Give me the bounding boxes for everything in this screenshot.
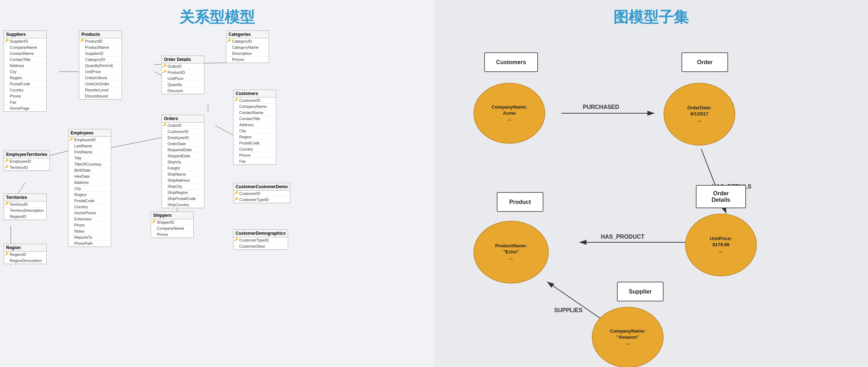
products-row: UnitsInStock xyxy=(79,75,122,81)
employees-row: Address xyxy=(69,180,111,186)
customers-row: CustomerID xyxy=(233,97,276,104)
categories-row: Description xyxy=(226,51,269,57)
orders-row: ShipRegion xyxy=(162,190,204,196)
shippers-row: CompanyName xyxy=(151,225,193,232)
product-rect-node: Product xyxy=(497,192,543,212)
orderdetails-header: Order Details xyxy=(162,56,204,63)
employees-row: Country xyxy=(69,204,111,210)
orderdetails-row: ProductID xyxy=(162,70,204,76)
customercustomerdemo-row: CustomerID xyxy=(233,191,290,197)
employees-row: BirthDate xyxy=(69,167,111,173)
suppliers-table: Suppliers SupplierID CompanyName Contact… xyxy=(4,30,47,112)
orderdetails-rect-node: OrderDetails xyxy=(696,185,746,208)
shippers-row: Phone xyxy=(151,232,193,238)
categories-row: CategoryName xyxy=(226,44,269,51)
right-panel: 图模型子集 PURCHASED HAS_DETAILS HAS_PRODUCT … xyxy=(434,0,868,367)
orders-row: ShipName xyxy=(162,171,204,177)
categories-header: Categories xyxy=(226,31,269,38)
customers-table: Customers CustomerID CompanyName Contact… xyxy=(233,90,276,165)
customers-row: Phone xyxy=(233,152,276,158)
employeeterritories-table: EmployeeTerritories EmployeeID Territory… xyxy=(4,151,50,171)
customers-rect-node: Customers xyxy=(484,52,538,72)
suppliers-row: Phone xyxy=(4,93,46,99)
svg-text:SUPPLIES: SUPPLIES xyxy=(554,307,582,313)
customers-row: ContactName xyxy=(233,110,276,116)
orders-row: ShipCity xyxy=(162,184,204,190)
customerdemographics-row: CustomerTypeID xyxy=(233,237,288,243)
suppliers-row: Address xyxy=(4,63,46,69)
employees-row: EmployeeID xyxy=(69,137,111,143)
order-rect-node: Order xyxy=(681,52,728,72)
orders-row: OrderDate xyxy=(162,141,204,147)
customers-row: Region xyxy=(233,134,276,140)
orders-table: Orders OrderID CustomerID EmployeeID Ord… xyxy=(161,115,204,208)
left-panel: 关系型模型 Suppliers SupplierID CompanyName C… xyxy=(0,0,434,367)
employees-row: HireDate xyxy=(69,173,111,180)
employeeterritories-row: EmployeeID xyxy=(4,158,49,165)
order-oval-node: OrderDate:8/1/2017... xyxy=(664,83,735,146)
customers-oval-node: CompanyName:Acme... xyxy=(473,83,545,144)
supplier-rect-node: Supplier xyxy=(617,282,664,301)
region-row: RegionID xyxy=(4,252,46,258)
employees-table: Employees EmployeeID LastName FirstName … xyxy=(68,129,111,247)
categories-table: Categories CategoryID CategoryName Descr… xyxy=(226,30,269,63)
products-row: UnitPrice xyxy=(79,69,122,75)
products-row: ProductID xyxy=(79,38,122,44)
right-title: 图模型子集 xyxy=(441,7,861,27)
customerdemographics-table: CustomerDemographics CustomerTypeID Cust… xyxy=(233,229,288,250)
products-row: UnitsOnOrder xyxy=(79,81,122,87)
customers-row: Fax xyxy=(233,158,276,165)
employees-row: City xyxy=(69,186,111,192)
orders-row: ShipPostalCode xyxy=(162,196,204,202)
territories-row: TerritoryID xyxy=(4,201,46,208)
products-row: ProductName xyxy=(79,44,122,51)
employeeterritories-row: TerritoryID xyxy=(4,165,49,171)
customers-row: Country xyxy=(233,146,276,152)
shippers-header: Shippers xyxy=(151,212,193,219)
products-row: CategoryID xyxy=(79,57,122,63)
orders-row: EmployeeID xyxy=(162,135,204,141)
graph-container: PURCHASED HAS_DETAILS HAS_PRODUCT SUPPLI… xyxy=(441,31,861,367)
customercustomerdemo-header: CustomerCustomerDemo xyxy=(233,183,290,191)
suppliers-row: ContactTitle xyxy=(4,57,46,63)
territories-table: Territories TerritoryID TerritoryDescrip… xyxy=(4,194,47,220)
customers-header: Customers xyxy=(233,90,276,97)
employees-row: LastName xyxy=(69,143,111,149)
left-title: 关系型模型 xyxy=(7,7,427,27)
region-table: Region RegionID RegionDescription xyxy=(4,244,47,264)
employees-row: FirstName xyxy=(69,149,111,155)
customers-row: City xyxy=(233,128,276,134)
customers-row: ContactTitle xyxy=(233,116,276,122)
orders-header: Orders xyxy=(162,115,204,123)
customerdemographics-header: CustomerDemographics xyxy=(233,230,288,237)
shippers-row: ShipperID xyxy=(151,219,193,225)
suppliers-row: Region xyxy=(4,75,46,81)
svg-text:PURCHASED: PURCHASED xyxy=(583,104,619,110)
territories-row: TerritoryDescription xyxy=(4,208,46,214)
products-table: Products ProductID ProductName SupplierI… xyxy=(79,30,122,100)
suppliers-row: SupplierID xyxy=(4,38,46,44)
suppliers-row: City xyxy=(4,69,46,75)
supplier-oval-node: CompanyName:"Amazon"... xyxy=(592,307,664,367)
orderdetails-row: Discount xyxy=(162,88,204,94)
product-oval-node: ProductName:"Echo"... xyxy=(473,221,549,283)
products-header: Products xyxy=(79,31,122,38)
employees-row: Title xyxy=(69,155,111,161)
orderdetails-row: Quantity xyxy=(162,82,204,88)
customers-row: CompanyName xyxy=(233,104,276,110)
svg-line-20 xyxy=(547,282,604,321)
territories-header: Territories xyxy=(4,194,46,201)
suppliers-row: CompanyName xyxy=(4,44,46,51)
territories-row: RegionID xyxy=(4,214,46,220)
employees-row: TitleOfCourtesy xyxy=(69,161,111,167)
employeeterritories-header: EmployeeTerritories xyxy=(4,151,49,158)
suppliers-row: Country xyxy=(4,87,46,93)
employees-header: Employees xyxy=(69,129,111,137)
relationship-lines xyxy=(0,0,434,367)
categories-row: Picture xyxy=(226,57,269,63)
products-row: Discontinued xyxy=(79,93,122,99)
region-header: Region xyxy=(4,244,46,252)
suppliers-row: ContactName xyxy=(4,51,46,57)
orders-row: ShippedDate xyxy=(162,153,204,159)
employees-row: ReportsTo xyxy=(69,234,111,240)
